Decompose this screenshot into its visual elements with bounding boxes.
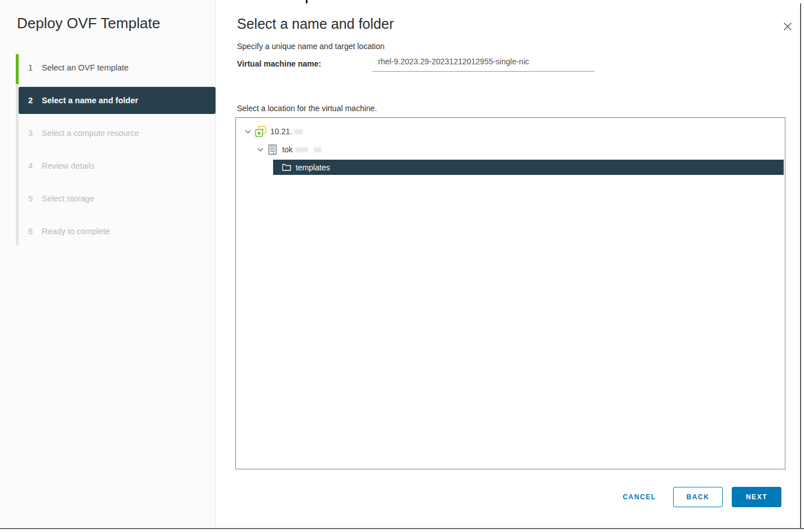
step-number: 6 [27,227,34,236]
tree-row-label: templates [296,163,330,172]
redacted-text [314,147,322,152]
step-label: Ready to complete [42,227,110,236]
wizard-sidebar: Deploy OVF Template 1 Select an OVF temp… [0,0,216,528]
vm-name-label: Virtual machine name: [237,59,321,68]
redacted-text [296,147,308,152]
tree-row-vcenter[interactable]: 10.21. [236,124,785,139]
step-item-6: 6 Ready to complete [19,218,216,245]
redacted-text [294,129,303,134]
wizard-content: Select a name and folder Specify a uniqu… [217,0,800,528]
step-number: 2 [27,96,34,105]
chevron-down-icon[interactable] [243,130,253,134]
step-number: 4 [27,161,34,170]
dialog-bottom-border [0,528,804,529]
step-label: Select storage [42,194,94,203]
progress-track [16,54,19,245]
dialog-right-border [800,3,801,528]
page-subtitle: Specify a unique name and target locatio… [237,42,385,51]
step-item-5: 5 Select storage [19,185,216,212]
tree-row-label: tok [282,145,293,154]
deploy-ovf-dialog: Deploy OVF Template 1 Select an OVF temp… [0,0,804,532]
step-item-4: 4 Review details [19,152,216,179]
next-button[interactable]: NEXT [732,487,781,507]
folder-icon [282,164,291,171]
close-icon [783,22,792,33]
vm-name-input[interactable] [372,54,595,72]
vcenter-icon [255,126,266,137]
step-number: 5 [27,194,34,203]
step-label: Select a compute resource [42,129,139,138]
step-item-1[interactable]: 1 Select an OVF template [19,54,216,81]
step-item-3: 3 Select a compute resource [19,120,216,147]
chevron-down-icon[interactable] [255,148,265,152]
step-label: Select a name and folder [42,96,138,105]
step-item-2[interactable]: 2 Select a name and folder [19,87,216,114]
tree-row-datacenter[interactable]: tok [236,142,785,157]
tree-row-label: 10.21. [270,127,292,136]
datacenter-icon [267,144,278,155]
page-title: Select a name and folder [237,16,394,32]
location-tree-panel: 10.21. tok [235,117,785,469]
step-number: 1 [27,63,34,72]
back-button[interactable]: BACK [673,487,723,507]
step-label: Select an OVF template [42,63,129,72]
screenshot-artifact [306,0,307,3]
wizard-title: Deploy OVF Template [17,15,160,32]
cancel-button[interactable]: CANCEL [615,487,664,507]
wizard-footer: CANCEL BACK NEXT [615,487,781,507]
close-button[interactable] [781,20,794,34]
tree-row-templates-selected[interactable]: templates [273,160,784,175]
wizard-steps: 1 Select an OVF template 2 Select a name… [16,54,216,250]
step-label: Review details [42,161,95,170]
step-number: 3 [27,129,34,138]
location-label: Select a location for the virtual machin… [237,104,377,113]
